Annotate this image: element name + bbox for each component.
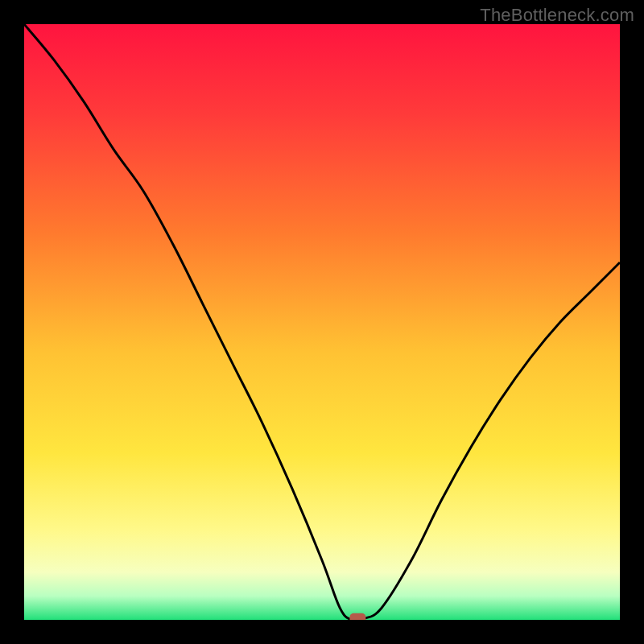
- optimal-point-marker: [349, 613, 365, 620]
- gradient-background: [24, 24, 620, 620]
- bottleneck-chart: [24, 24, 620, 620]
- plot-area: [24, 24, 620, 620]
- watermark-caption: TheBottleneck.com: [480, 5, 634, 26]
- chart-frame: TheBottleneck.com: [0, 0, 644, 644]
